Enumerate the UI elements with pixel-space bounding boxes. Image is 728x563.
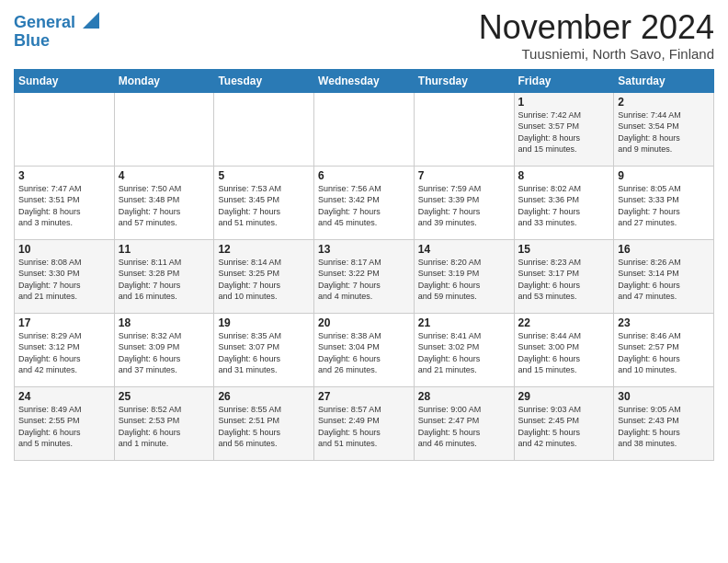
day-number: 28 — [418, 390, 510, 403]
header-wednesday: Wednesday — [314, 69, 415, 92]
day-info: Sunrise: 9:05 AMSunset: 2:43 PMDaylight:… — [618, 404, 710, 450]
day-info: Sunrise: 7:59 AMSunset: 3:39 PMDaylight:… — [418, 183, 510, 229]
day-info: Sunrise: 7:53 AMSunset: 3:45 PMDaylight:… — [218, 183, 310, 229]
day-number: 17 — [18, 316, 110, 329]
day-number: 1 — [518, 96, 610, 109]
calendar-cell — [214, 92, 314, 166]
day-number: 14 — [418, 243, 510, 256]
header-monday: Monday — [114, 69, 214, 92]
header-tuesday: Tuesday — [214, 69, 314, 92]
day-info: Sunrise: 8:14 AMSunset: 3:25 PMDaylight:… — [218, 257, 310, 303]
calendar-container: General Blue November 2024 Tuusniemi, No… — [0, 0, 728, 465]
calendar-cell: 26Sunrise: 8:55 AMSunset: 2:51 PMDayligh… — [214, 386, 314, 460]
day-number: 9 — [618, 169, 710, 182]
calendar-cell: 15Sunrise: 8:23 AMSunset: 3:17 PMDayligh… — [514, 239, 614, 313]
day-number: 7 — [418, 169, 510, 182]
day-number: 19 — [218, 316, 310, 329]
header-friday: Friday — [514, 69, 614, 92]
calendar-week-row: 17Sunrise: 8:29 AMSunset: 3:12 PMDayligh… — [15, 313, 714, 386]
day-info: Sunrise: 8:52 AMSunset: 2:53 PMDaylight:… — [119, 404, 210, 450]
day-number: 23 — [618, 316, 710, 329]
calendar-table: Sunday Monday Tuesday Wednesday Thursday… — [14, 69, 714, 461]
day-number: 12 — [218, 243, 310, 256]
day-number: 24 — [18, 390, 110, 403]
day-info: Sunrise: 8:46 AMSunset: 2:57 PMDaylight:… — [618, 330, 710, 376]
calendar-cell: 20Sunrise: 8:38 AMSunset: 3:04 PMDayligh… — [314, 313, 415, 386]
day-number: 16 — [618, 243, 710, 256]
calendar-week-row: 24Sunrise: 8:49 AMSunset: 2:55 PMDayligh… — [15, 386, 714, 460]
day-number: 10 — [18, 243, 110, 256]
day-info: Sunrise: 8:23 AMSunset: 3:17 PMDaylight:… — [518, 257, 610, 303]
day-number: 4 — [119, 169, 210, 182]
day-info: Sunrise: 8:26 AMSunset: 3:14 PMDaylight:… — [618, 257, 710, 303]
day-info: Sunrise: 8:20 AMSunset: 3:19 PMDaylight:… — [418, 257, 510, 303]
calendar-cell: 5Sunrise: 7:53 AMSunset: 3:45 PMDaylight… — [214, 166, 314, 239]
svg-marker-0 — [83, 12, 99, 29]
day-info: Sunrise: 8:44 AMSunset: 3:00 PMDaylight:… — [518, 330, 610, 376]
calendar-week-row: 1Sunrise: 7:42 AMSunset: 3:57 PMDaylight… — [15, 92, 714, 166]
main-title: November 2024 — [479, 9, 714, 46]
calendar-cell: 11Sunrise: 8:11 AMSunset: 3:28 PMDayligh… — [114, 239, 214, 313]
header: General Blue November 2024 Tuusniemi, No… — [14, 9, 714, 62]
day-info: Sunrise: 9:00 AMSunset: 2:47 PMDaylight:… — [418, 404, 510, 450]
day-info: Sunrise: 8:55 AMSunset: 2:51 PMDaylight:… — [218, 404, 310, 450]
day-number: 29 — [518, 390, 610, 403]
calendar-cell: 2Sunrise: 7:44 AMSunset: 3:54 PMDaylight… — [614, 92, 714, 166]
calendar-cell: 29Sunrise: 9:03 AMSunset: 2:45 PMDayligh… — [514, 386, 614, 460]
day-info: Sunrise: 7:50 AMSunset: 3:48 PMDaylight:… — [119, 183, 210, 229]
calendar-cell: 22Sunrise: 8:44 AMSunset: 3:00 PMDayligh… — [514, 313, 614, 386]
day-number: 30 — [618, 390, 710, 403]
day-number: 5 — [218, 169, 310, 182]
calendar-cell: 21Sunrise: 8:41 AMSunset: 3:02 PMDayligh… — [414, 313, 514, 386]
calendar-week-row: 10Sunrise: 8:08 AMSunset: 3:30 PMDayligh… — [15, 239, 714, 313]
calendar-cell: 4Sunrise: 7:50 AMSunset: 3:48 PMDaylight… — [114, 166, 214, 239]
day-number: 21 — [418, 316, 510, 329]
day-number: 25 — [119, 390, 210, 403]
calendar-cell: 19Sunrise: 8:35 AMSunset: 3:07 PMDayligh… — [214, 313, 314, 386]
calendar-cell: 13Sunrise: 8:17 AMSunset: 3:22 PMDayligh… — [314, 239, 415, 313]
day-info: Sunrise: 7:56 AMSunset: 3:42 PMDaylight:… — [318, 183, 410, 229]
calendar-week-row: 3Sunrise: 7:47 AMSunset: 3:51 PMDaylight… — [15, 166, 714, 239]
day-info: Sunrise: 8:05 AMSunset: 3:33 PMDaylight:… — [618, 183, 710, 229]
day-number: 13 — [318, 243, 410, 256]
day-info: Sunrise: 7:42 AMSunset: 3:57 PMDaylight:… — [518, 109, 610, 155]
calendar-cell: 28Sunrise: 9:00 AMSunset: 2:47 PMDayligh… — [414, 386, 514, 460]
calendar-cell: 27Sunrise: 8:57 AMSunset: 2:49 PMDayligh… — [314, 386, 415, 460]
calendar-cell: 16Sunrise: 8:26 AMSunset: 3:14 PMDayligh… — [614, 239, 714, 313]
day-info: Sunrise: 8:02 AMSunset: 3:36 PMDaylight:… — [518, 183, 610, 229]
day-info: Sunrise: 8:38 AMSunset: 3:04 PMDaylight:… — [318, 330, 410, 376]
header-sunday: Sunday — [15, 69, 115, 92]
calendar-cell: 24Sunrise: 8:49 AMSunset: 2:55 PMDayligh… — [15, 386, 115, 460]
calendar-cell — [15, 92, 115, 166]
day-number: 26 — [218, 390, 310, 403]
subtitle: Tuusniemi, North Savo, Finland — [479, 46, 714, 62]
day-number: 20 — [318, 316, 410, 329]
day-info: Sunrise: 8:49 AMSunset: 2:55 PMDaylight:… — [18, 404, 110, 450]
day-number: 8 — [518, 169, 610, 182]
title-block: November 2024 Tuusniemi, North Savo, Fin… — [479, 9, 714, 62]
day-info: Sunrise: 8:35 AMSunset: 3:07 PMDaylight:… — [218, 330, 310, 376]
calendar-cell — [114, 92, 214, 166]
day-number: 6 — [318, 169, 410, 182]
calendar-header-row: Sunday Monday Tuesday Wednesday Thursday… — [15, 69, 714, 92]
day-info: Sunrise: 9:03 AMSunset: 2:45 PMDaylight:… — [518, 404, 610, 450]
calendar-cell: 14Sunrise: 8:20 AMSunset: 3:19 PMDayligh… — [414, 239, 514, 313]
calendar-cell: 30Sunrise: 9:05 AMSunset: 2:43 PMDayligh… — [614, 386, 714, 460]
calendar-cell: 7Sunrise: 7:59 AMSunset: 3:39 PMDaylight… — [414, 166, 514, 239]
calendar-cell — [414, 92, 514, 166]
logo: General Blue — [14, 14, 99, 51]
calendar-cell — [314, 92, 415, 166]
day-number: 2 — [618, 96, 710, 109]
day-info: Sunrise: 8:17 AMSunset: 3:22 PMDaylight:… — [318, 257, 410, 303]
logo-text: General — [14, 14, 75, 32]
calendar-cell: 12Sunrise: 8:14 AMSunset: 3:25 PMDayligh… — [214, 239, 314, 313]
day-info: Sunrise: 8:57 AMSunset: 2:49 PMDaylight:… — [318, 404, 410, 450]
day-number: 18 — [119, 316, 210, 329]
header-thursday: Thursday — [414, 69, 514, 92]
calendar-cell: 1Sunrise: 7:42 AMSunset: 3:57 PMDaylight… — [514, 92, 614, 166]
day-number: 11 — [119, 243, 210, 256]
day-info: Sunrise: 8:11 AMSunset: 3:28 PMDaylight:… — [119, 257, 210, 303]
calendar-cell: 23Sunrise: 8:46 AMSunset: 2:57 PMDayligh… — [614, 313, 714, 386]
day-number: 15 — [518, 243, 610, 256]
day-info: Sunrise: 8:08 AMSunset: 3:30 PMDaylight:… — [18, 257, 110, 303]
